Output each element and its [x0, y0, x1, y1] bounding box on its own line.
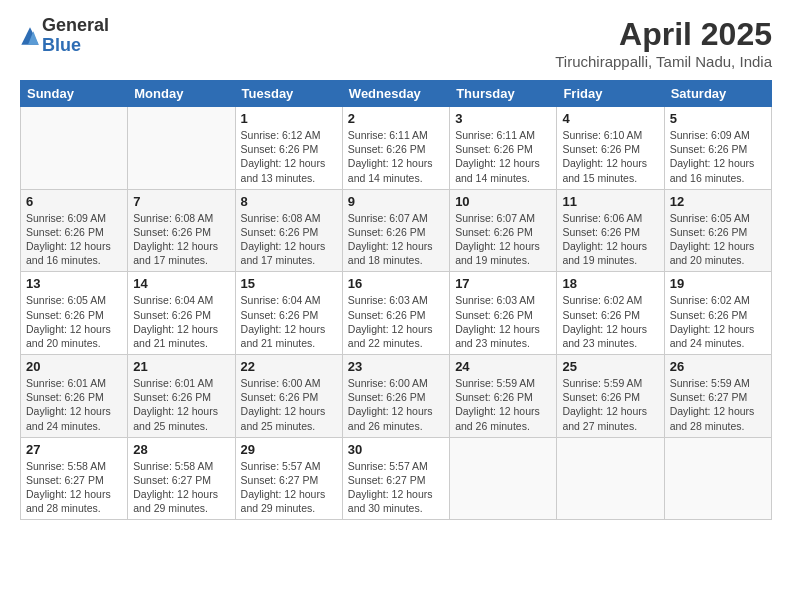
calendar-cell: 2Sunrise: 6:11 AMSunset: 6:26 PMDaylight… — [342, 107, 449, 190]
day-info: Sunrise: 5:59 AMSunset: 6:27 PMDaylight:… — [670, 376, 766, 433]
calendar-cell: 27Sunrise: 5:58 AMSunset: 6:27 PMDayligh… — [21, 437, 128, 520]
logo-general: General — [42, 16, 109, 36]
day-info: Sunrise: 5:59 AMSunset: 6:26 PMDaylight:… — [562, 376, 658, 433]
calendar-cell: 6Sunrise: 6:09 AMSunset: 6:26 PMDaylight… — [21, 189, 128, 272]
day-number: 3 — [455, 111, 551, 126]
calendar-cell: 17Sunrise: 6:03 AMSunset: 6:26 PMDayligh… — [450, 272, 557, 355]
calendar-week-row: 20Sunrise: 6:01 AMSunset: 6:26 PMDayligh… — [21, 355, 772, 438]
day-info: Sunrise: 5:57 AMSunset: 6:27 PMDaylight:… — [348, 459, 444, 516]
calendar-week-row: 27Sunrise: 5:58 AMSunset: 6:27 PMDayligh… — [21, 437, 772, 520]
calendar-day-header: Monday — [128, 81, 235, 107]
calendar-cell: 10Sunrise: 6:07 AMSunset: 6:26 PMDayligh… — [450, 189, 557, 272]
day-info: Sunrise: 6:00 AMSunset: 6:26 PMDaylight:… — [348, 376, 444, 433]
calendar-cell — [557, 437, 664, 520]
day-info: Sunrise: 6:01 AMSunset: 6:26 PMDaylight:… — [26, 376, 122, 433]
day-info: Sunrise: 6:05 AMSunset: 6:26 PMDaylight:… — [26, 293, 122, 350]
day-number: 29 — [241, 442, 337, 457]
day-info: Sunrise: 6:10 AMSunset: 6:26 PMDaylight:… — [562, 128, 658, 185]
calendar-cell: 19Sunrise: 6:02 AMSunset: 6:26 PMDayligh… — [664, 272, 771, 355]
day-number: 20 — [26, 359, 122, 374]
calendar-cell: 5Sunrise: 6:09 AMSunset: 6:26 PMDaylight… — [664, 107, 771, 190]
header: General Blue April 2025 Tiruchirappalli,… — [20, 16, 772, 70]
calendar-cell: 18Sunrise: 6:02 AMSunset: 6:26 PMDayligh… — [557, 272, 664, 355]
calendar-cell: 8Sunrise: 6:08 AMSunset: 6:26 PMDaylight… — [235, 189, 342, 272]
day-number: 22 — [241, 359, 337, 374]
calendar-cell: 28Sunrise: 5:58 AMSunset: 6:27 PMDayligh… — [128, 437, 235, 520]
day-number: 30 — [348, 442, 444, 457]
day-number: 26 — [670, 359, 766, 374]
calendar-cell: 3Sunrise: 6:11 AMSunset: 6:26 PMDaylight… — [450, 107, 557, 190]
calendar-cell: 7Sunrise: 6:08 AMSunset: 6:26 PMDaylight… — [128, 189, 235, 272]
day-info: Sunrise: 6:06 AMSunset: 6:26 PMDaylight:… — [562, 211, 658, 268]
day-info: Sunrise: 6:04 AMSunset: 6:26 PMDaylight:… — [241, 293, 337, 350]
calendar: SundayMondayTuesdayWednesdayThursdayFrid… — [20, 80, 772, 520]
calendar-cell: 26Sunrise: 5:59 AMSunset: 6:27 PMDayligh… — [664, 355, 771, 438]
calendar-week-row: 6Sunrise: 6:09 AMSunset: 6:26 PMDaylight… — [21, 189, 772, 272]
calendar-cell — [21, 107, 128, 190]
calendar-day-header: Friday — [557, 81, 664, 107]
calendar-cell: 14Sunrise: 6:04 AMSunset: 6:26 PMDayligh… — [128, 272, 235, 355]
calendar-cell: 1Sunrise: 6:12 AMSunset: 6:26 PMDaylight… — [235, 107, 342, 190]
day-number: 24 — [455, 359, 551, 374]
day-info: Sunrise: 6:11 AMSunset: 6:26 PMDaylight:… — [348, 128, 444, 185]
subtitle: Tiruchirappalli, Tamil Nadu, India — [555, 53, 772, 70]
calendar-cell: 30Sunrise: 5:57 AMSunset: 6:27 PMDayligh… — [342, 437, 449, 520]
day-info: Sunrise: 5:57 AMSunset: 6:27 PMDaylight:… — [241, 459, 337, 516]
calendar-day-header: Saturday — [664, 81, 771, 107]
calendar-cell — [450, 437, 557, 520]
day-number: 5 — [670, 111, 766, 126]
day-info: Sunrise: 6:01 AMSunset: 6:26 PMDaylight:… — [133, 376, 229, 433]
day-number: 25 — [562, 359, 658, 374]
day-info: Sunrise: 6:02 AMSunset: 6:26 PMDaylight:… — [562, 293, 658, 350]
day-number: 23 — [348, 359, 444, 374]
calendar-cell: 16Sunrise: 6:03 AMSunset: 6:26 PMDayligh… — [342, 272, 449, 355]
day-number: 9 — [348, 194, 444, 209]
day-info: Sunrise: 6:02 AMSunset: 6:26 PMDaylight:… — [670, 293, 766, 350]
main-title: April 2025 — [555, 16, 772, 53]
day-info: Sunrise: 6:04 AMSunset: 6:26 PMDaylight:… — [133, 293, 229, 350]
day-number: 19 — [670, 276, 766, 291]
day-number: 13 — [26, 276, 122, 291]
calendar-cell — [664, 437, 771, 520]
calendar-cell: 25Sunrise: 5:59 AMSunset: 6:26 PMDayligh… — [557, 355, 664, 438]
day-number: 28 — [133, 442, 229, 457]
page: General Blue April 2025 Tiruchirappalli,… — [0, 0, 792, 612]
calendar-day-header: Wednesday — [342, 81, 449, 107]
day-info: Sunrise: 6:07 AMSunset: 6:26 PMDaylight:… — [455, 211, 551, 268]
day-info: Sunrise: 6:05 AMSunset: 6:26 PMDaylight:… — [670, 211, 766, 268]
day-info: Sunrise: 6:00 AMSunset: 6:26 PMDaylight:… — [241, 376, 337, 433]
calendar-day-header: Thursday — [450, 81, 557, 107]
day-info: Sunrise: 6:08 AMSunset: 6:26 PMDaylight:… — [241, 211, 337, 268]
day-number: 16 — [348, 276, 444, 291]
day-info: Sunrise: 5:58 AMSunset: 6:27 PMDaylight:… — [26, 459, 122, 516]
day-number: 10 — [455, 194, 551, 209]
day-info: Sunrise: 6:03 AMSunset: 6:26 PMDaylight:… — [455, 293, 551, 350]
logo-blue: Blue — [42, 36, 109, 56]
day-info: Sunrise: 6:09 AMSunset: 6:26 PMDaylight:… — [26, 211, 122, 268]
calendar-header-row: SundayMondayTuesdayWednesdayThursdayFrid… — [21, 81, 772, 107]
day-info: Sunrise: 5:58 AMSunset: 6:27 PMDaylight:… — [133, 459, 229, 516]
calendar-cell: 15Sunrise: 6:04 AMSunset: 6:26 PMDayligh… — [235, 272, 342, 355]
day-number: 4 — [562, 111, 658, 126]
calendar-day-header: Sunday — [21, 81, 128, 107]
day-number: 7 — [133, 194, 229, 209]
day-info: Sunrise: 5:59 AMSunset: 6:26 PMDaylight:… — [455, 376, 551, 433]
day-info: Sunrise: 6:11 AMSunset: 6:26 PMDaylight:… — [455, 128, 551, 185]
day-number: 8 — [241, 194, 337, 209]
logo-icon — [20, 26, 40, 46]
calendar-cell: 29Sunrise: 5:57 AMSunset: 6:27 PMDayligh… — [235, 437, 342, 520]
day-number: 27 — [26, 442, 122, 457]
logo-text: General Blue — [42, 16, 109, 56]
calendar-cell: 24Sunrise: 5:59 AMSunset: 6:26 PMDayligh… — [450, 355, 557, 438]
day-number: 15 — [241, 276, 337, 291]
day-info: Sunrise: 6:12 AMSunset: 6:26 PMDaylight:… — [241, 128, 337, 185]
calendar-cell: 20Sunrise: 6:01 AMSunset: 6:26 PMDayligh… — [21, 355, 128, 438]
calendar-cell — [128, 107, 235, 190]
calendar-day-header: Tuesday — [235, 81, 342, 107]
calendar-cell: 13Sunrise: 6:05 AMSunset: 6:26 PMDayligh… — [21, 272, 128, 355]
calendar-cell: 21Sunrise: 6:01 AMSunset: 6:26 PMDayligh… — [128, 355, 235, 438]
day-info: Sunrise: 6:08 AMSunset: 6:26 PMDaylight:… — [133, 211, 229, 268]
calendar-cell: 4Sunrise: 6:10 AMSunset: 6:26 PMDaylight… — [557, 107, 664, 190]
day-number: 21 — [133, 359, 229, 374]
day-number: 2 — [348, 111, 444, 126]
